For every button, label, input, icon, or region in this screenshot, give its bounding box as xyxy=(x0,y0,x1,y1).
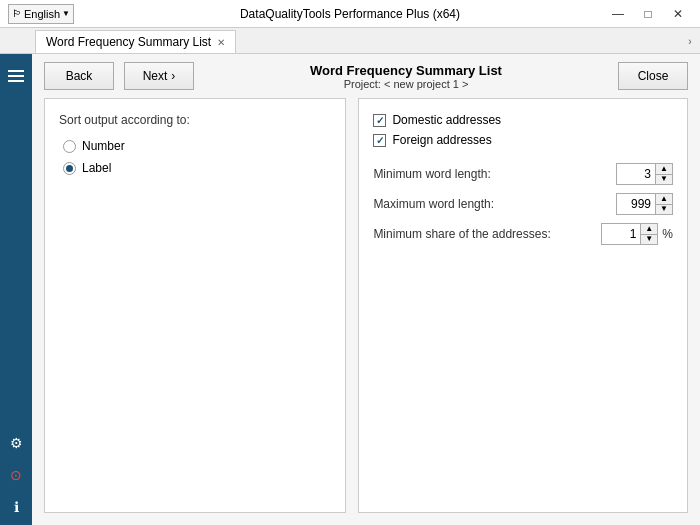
title-bar: 🏳 English ▼ DataQualityTools Performance… xyxy=(0,0,700,28)
field-min-share: Minimum share of the addresses: ▲ ▼ % xyxy=(373,223,673,245)
panels: Sort output according to: Number Label xyxy=(32,98,700,525)
radio-label-text: Label xyxy=(82,161,111,175)
min-word-spinner[interactable]: ▲ ▼ xyxy=(616,163,673,185)
min-word-label: Minimum word length: xyxy=(373,167,616,181)
right-panel: Domestic addresses Foreign addresses Min… xyxy=(358,98,688,513)
checkbox-group: Domestic addresses Foreign addresses xyxy=(373,113,673,147)
main-layout: ⚙ ⊙ ℹ Back Next › Word Frequency Summary… xyxy=(0,54,700,525)
project-label: Project: < new project 1 > xyxy=(204,78,608,90)
min-share-down-btn[interactable]: ▼ xyxy=(641,235,657,245)
radio-label[interactable]: Label xyxy=(63,161,331,175)
min-share-label: Minimum share of the addresses: xyxy=(373,227,601,241)
tab-word-frequency[interactable]: Word Frequency Summary List ✕ xyxy=(35,30,236,53)
max-word-input[interactable] xyxy=(617,194,655,214)
radio-group: Number Label xyxy=(63,139,331,175)
content-topbar: Back Next › Word Frequency Summary List … xyxy=(32,54,700,98)
min-word-spinner-btns: ▲ ▼ xyxy=(655,164,672,184)
window-controls: — □ ✕ xyxy=(604,4,692,24)
hamburger-icon xyxy=(8,80,24,82)
min-share-input[interactable] xyxy=(602,224,640,244)
back-label: Back xyxy=(66,69,93,83)
minimize-button[interactable]: — xyxy=(604,4,632,24)
tab-close-icon[interactable]: ✕ xyxy=(217,37,225,48)
close-label: Close xyxy=(638,69,669,83)
min-word-up-btn[interactable]: ▲ xyxy=(656,164,672,175)
max-word-down-btn[interactable]: ▼ xyxy=(656,205,672,215)
max-word-spinner[interactable]: ▲ ▼ xyxy=(616,193,673,215)
sidebar-settings-icon[interactable]: ⚙ xyxy=(2,429,30,457)
app-title: DataQualityTools Performance Plus (x64) xyxy=(240,7,460,21)
min-word-down-btn[interactable]: ▼ xyxy=(656,175,672,185)
title-bar-left: 🏳 English ▼ xyxy=(8,4,74,24)
sort-label: Sort output according to: xyxy=(59,113,331,127)
min-share-up-btn[interactable]: ▲ xyxy=(641,224,657,235)
page-title: Word Frequency Summary List xyxy=(204,63,608,78)
min-share-spinner[interactable]: ▲ ▼ xyxy=(601,223,658,245)
max-word-up-btn[interactable]: ▲ xyxy=(656,194,672,205)
sidebar: ⚙ ⊙ ℹ xyxy=(0,54,32,525)
checkbox-foreign-label: Foreign addresses xyxy=(392,133,491,147)
max-word-label: Maximum word length: xyxy=(373,197,616,211)
language-label: English xyxy=(24,8,60,20)
radio-number-circle xyxy=(63,140,76,153)
language-selector[interactable]: 🏳 English ▼ xyxy=(8,4,74,24)
sidebar-target-icon[interactable]: ⊙ xyxy=(2,461,30,489)
percent-label: % xyxy=(662,227,673,241)
min-share-spinner-btns: ▲ ▼ xyxy=(640,224,657,244)
tab-scroll-right-icon[interactable]: › xyxy=(680,28,700,54)
checkbox-domestic-box xyxy=(373,114,386,127)
checkbox-foreign[interactable]: Foreign addresses xyxy=(373,133,673,147)
field-max-word-length: Maximum word length: ▲ ▼ xyxy=(373,193,673,215)
next-label: Next xyxy=(143,69,168,83)
hamburger-icon xyxy=(8,75,24,77)
max-word-spinner-btns: ▲ ▼ xyxy=(655,194,672,214)
sidebar-menu-button[interactable] xyxy=(2,62,30,90)
field-min-word-length: Minimum word length: ▲ ▼ xyxy=(373,163,673,185)
left-panel: Sort output according to: Number Label xyxy=(44,98,346,513)
sidebar-info-icon[interactable]: ℹ xyxy=(2,493,30,521)
tab-label: Word Frequency Summary List xyxy=(46,35,211,49)
hamburger-icon xyxy=(8,70,24,72)
radio-label-circle xyxy=(63,162,76,175)
maximize-button[interactable]: □ xyxy=(634,4,662,24)
next-button[interactable]: Next › xyxy=(124,62,194,90)
window-close-button[interactable]: ✕ xyxy=(664,4,692,24)
close-button[interactable]: Close xyxy=(618,62,688,90)
radio-number-label: Number xyxy=(82,139,125,153)
checkbox-domestic-label: Domestic addresses xyxy=(392,113,501,127)
next-arrow-icon: › xyxy=(171,69,175,83)
tab-bar: Word Frequency Summary List ✕ › xyxy=(0,28,700,54)
min-word-input[interactable] xyxy=(617,164,655,184)
radio-number[interactable]: Number xyxy=(63,139,331,153)
content-area: Back Next › Word Frequency Summary List … xyxy=(32,54,700,525)
checkbox-foreign-box xyxy=(373,134,386,147)
content-title-block: Word Frequency Summary List Project: < n… xyxy=(204,63,608,90)
back-button[interactable]: Back xyxy=(44,62,114,90)
checkbox-domestic[interactable]: Domestic addresses xyxy=(373,113,673,127)
